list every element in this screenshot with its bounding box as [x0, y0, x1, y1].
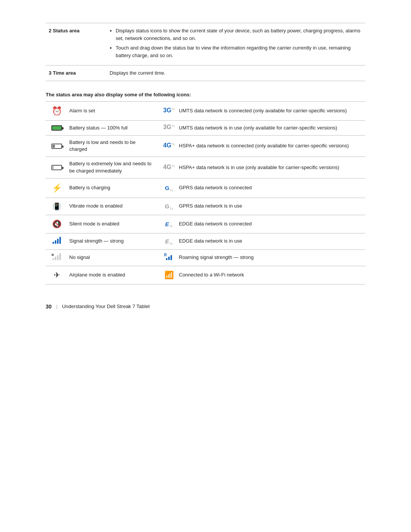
- wifi-label: Connected to a Wi-Fi network: [177, 266, 365, 284]
- airplane-icon: ✈: [46, 266, 68, 284]
- section-heading: The status area may also display some of…: [46, 92, 365, 97]
- table-row: Battery status — 100% full 3G↑↓ UMTS dat…: [46, 121, 365, 135]
- table-row: Battery is low and needs to be charged 4…: [46, 135, 365, 157]
- alarm-icon: ⏰: [46, 101, 68, 121]
- battery-full-icon: [46, 121, 68, 135]
- no-signal-icon: ✕: [46, 249, 68, 266]
- info-table: 2 Status area Displays status icons to s…: [46, 23, 365, 81]
- icons-table: ⏰ Alarm is set 3G↑↓ UMTS data network is…: [46, 101, 365, 284]
- roaming-signal-icon: R: [155, 249, 177, 266]
- umts-inuse-label: UMTS data network is in use (only availa…: [177, 121, 365, 135]
- hspa-inuse-icon: 4G↑↓: [155, 157, 177, 179]
- table-row: ⚡ Battery is charging G↑↓ GPRS data netw…: [46, 178, 365, 198]
- row2-label: 2 Status area: [46, 23, 107, 66]
- silent-label: Silent mode is enabled: [68, 215, 155, 233]
- row3-label: 3 Time area: [46, 66, 107, 81]
- page-number: 30: [46, 304, 52, 310]
- signal-strong-icon: [46, 233, 68, 249]
- edge-inuse-icon: E↑↓: [155, 233, 177, 249]
- footer-description: Understanding Your Dell Streak 7 Tablet: [62, 304, 150, 309]
- battery-low-icon: [46, 135, 68, 157]
- umts-connected-label: UMTS data network is connected (only ava…: [177, 101, 365, 121]
- row3-content: Displays the current time.: [107, 66, 365, 81]
- table-row: ✈ Airplane mode is enabled 📶 Connected t…: [46, 266, 365, 284]
- gprs-inuse-label: GPRS data network is in use: [177, 198, 365, 215]
- hspa-connected-icon: 4G↑↓: [155, 135, 177, 157]
- gprs-inuse-icon: G↑↓: [155, 198, 177, 215]
- battery-xlow-icon: [46, 157, 68, 179]
- silent-icon: 🔇: [46, 215, 68, 233]
- umts-connected-icon: 3G↑↓: [155, 101, 177, 121]
- edge-connected-label: EDGE data network is connected: [177, 215, 365, 233]
- battery-full-label: Battery status — 100% full: [68, 121, 155, 135]
- battery-low-label: Battery is low and needs to be charged: [68, 135, 155, 157]
- battery-charging-label: Battery is charging: [68, 178, 155, 198]
- hspa-connected-label: HSPA+ data network is connected (only av…: [177, 135, 365, 157]
- footer: 30 | Understanding Your Dell Streak 7 Ta…: [46, 304, 365, 310]
- umts-inuse-icon: 3G↑↓: [155, 121, 177, 135]
- battery-charging-icon: ⚡: [46, 178, 68, 198]
- hspa-inuse-label: HSPA+ data network is in use (only avail…: [177, 157, 365, 179]
- table-row: Signal strength — strong E↑↓ EDGE data n…: [46, 233, 365, 249]
- edge-inuse-label: EDGE data network is in use: [177, 233, 365, 249]
- vibrate-label: Vibrate mode is enabled: [68, 198, 155, 215]
- alarm-label: Alarm is set: [68, 101, 155, 121]
- table-row: ✕ No signal R Roaming signal strength — …: [46, 249, 365, 266]
- gprs-connected-label: GPRS data network is connected: [177, 178, 365, 198]
- vibrate-icon: 📳: [46, 198, 68, 215]
- wifi-icon: 📶: [155, 266, 177, 284]
- row2-content: Displays status icons to show the curren…: [107, 23, 365, 66]
- roaming-signal-label: Roaming signal strength — strong: [177, 249, 365, 266]
- footer-separator: |: [56, 304, 57, 309]
- edge-connected-icon: E↑↓: [155, 215, 177, 233]
- battery-xlow-label: Battery is extremely low and needs to be…: [68, 157, 155, 179]
- table-row: 📳 Vibrate mode is enabled G↑↓ GPRS data …: [46, 198, 365, 215]
- table-row: ⏰ Alarm is set 3G↑↓ UMTS data network is…: [46, 101, 365, 121]
- signal-strong-label: Signal strength — strong: [68, 233, 155, 249]
- airplane-label: Airplane mode is enabled: [68, 266, 155, 284]
- gprs-connected-icon: G↑↓: [155, 178, 177, 198]
- no-signal-label: No signal: [68, 249, 155, 266]
- table-row: Battery is extremely low and needs to be…: [46, 157, 365, 179]
- table-row: 🔇 Silent mode is enabled E↑↓ EDGE data n…: [46, 215, 365, 233]
